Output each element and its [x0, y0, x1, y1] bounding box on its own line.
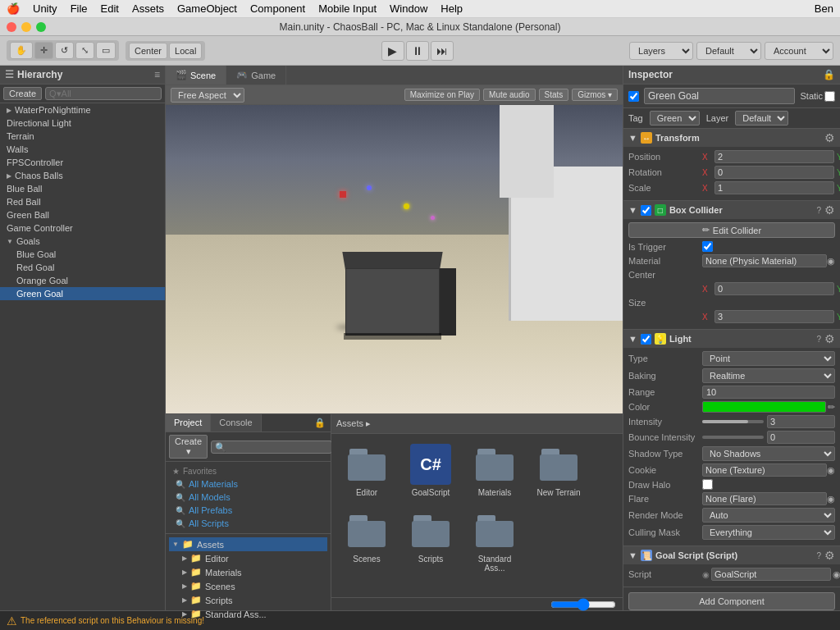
menu-edit[interactable]: Edit [101, 2, 119, 15]
hier-item-waterpronight[interactable]: ▶WaterProNighttime [0, 103, 165, 116]
hand-tool[interactable]: ✋ [10, 42, 33, 59]
cookie-value[interactable] [702, 463, 827, 477]
hier-item-chaos[interactable]: ▶Chaos Balls [0, 169, 165, 182]
light-enabled[interactable] [641, 334, 651, 345]
goal-script-settings[interactable]: ⚙ [824, 549, 835, 562]
assets-root[interactable]: ▼📁Assets [169, 537, 327, 551]
hier-item-fps[interactable]: FPSController [0, 156, 165, 169]
tag-dropdown[interactable]: Green [650, 111, 700, 126]
account-dropdown[interactable]: Account [765, 42, 833, 60]
asset-newterrain[interactable]: New Terrain [530, 441, 587, 500]
menu-window[interactable]: Window [390, 2, 427, 15]
menu-help[interactable]: Help [441, 2, 463, 15]
cookie-pick[interactable]: ◉ [827, 465, 835, 476]
rotate-tool[interactable]: ↺ [55, 42, 74, 59]
menu-component[interactable]: Component [250, 2, 305, 15]
hier-item-greenball[interactable]: Green Ball [0, 208, 165, 221]
scale-tool[interactable]: ⤡ [75, 42, 94, 59]
center-x[interactable] [714, 282, 834, 295]
hier-item-redball[interactable]: Red Ball [0, 195, 165, 208]
hier-item-terrain[interactable]: Terrain [0, 130, 165, 143]
hier-item-gamecontroller[interactable]: Game Controller [0, 221, 165, 235]
flare-pick[interactable]: ◉ [827, 494, 835, 504]
light-header[interactable]: ▼ 💡 Light ? ⚙ [623, 330, 840, 348]
assets-scenes[interactable]: ▶📁Scenes [169, 579, 327, 593]
flare-value[interactable] [702, 492, 827, 505]
maximize-on-play[interactable]: Maximize on Play [404, 89, 480, 101]
menu-gameobject[interactable]: GameObject [177, 2, 237, 15]
project-lock-icon[interactable]: 🔒 [309, 414, 331, 431]
hier-item-blueball[interactable]: Blue Ball [0, 182, 165, 195]
menu-file[interactable]: File [71, 2, 88, 15]
transform-header[interactable]: ▼ ↔ Transform ⚙ [623, 129, 840, 147]
object-name-input[interactable] [644, 88, 795, 104]
local-button[interactable]: Local [169, 43, 202, 59]
hier-item-greengoal[interactable]: Green Goal [0, 287, 165, 300]
project-create-button[interactable]: Create ▾ [169, 435, 208, 459]
menu-mobile-input[interactable]: Mobile Input [318, 2, 377, 15]
scene-viewport[interactable] [166, 105, 623, 413]
light-type-dropdown[interactable]: Point [702, 351, 835, 366]
render-dropdown[interactable]: Auto [702, 508, 835, 523]
apple-menu[interactable]: 🍎 [7, 2, 20, 15]
culling-dropdown[interactable]: Everything [702, 525, 835, 540]
asset-editor[interactable]: Editor [338, 441, 395, 500]
asset-standard[interactable]: Standard Ass... [466, 507, 523, 576]
size-slider[interactable] [550, 598, 616, 611]
asset-materials[interactable]: Materials [466, 441, 523, 500]
assets-materials[interactable]: ▶📁Materials [169, 565, 327, 579]
static-checkbox[interactable] [824, 91, 835, 102]
light-help[interactable]: ? [816, 335, 821, 344]
scale-x[interactable] [714, 181, 834, 194]
fav-all-prefabs[interactable]: 🔍All Prefabs [169, 504, 327, 517]
range-value[interactable] [702, 386, 835, 399]
fav-all-materials[interactable]: 🔍All Materials [169, 477, 327, 491]
menu-user[interactable]: Ben [815, 2, 833, 15]
hier-item-goals[interactable]: ▼Goals [0, 235, 165, 248]
light-settings[interactable]: ⚙ [824, 332, 835, 345]
drawhalo-checkbox[interactable] [702, 479, 713, 490]
tab-console[interactable]: Console [211, 414, 261, 431]
hier-item-walls[interactable]: Walls [0, 143, 165, 156]
project-search-input[interactable] [211, 441, 332, 454]
aspect-dropdown[interactable]: Free Aspect [171, 88, 244, 103]
hier-item-redgoal[interactable]: Red Goal [0, 261, 165, 274]
baking-dropdown[interactable]: Realtime [702, 368, 835, 383]
assets-scripts[interactable]: ▶📁Scripts [169, 593, 327, 607]
bounce-input[interactable] [767, 431, 835, 444]
mute-audio[interactable]: Mute audio [483, 89, 535, 101]
center-button[interactable]: Center [129, 43, 167, 59]
hierarchy-menu-icon[interactable]: ≡ [154, 69, 160, 80]
goal-script-help[interactable]: ? [816, 551, 821, 560]
fav-all-scripts[interactable]: 🔍All Scripts [169, 517, 327, 530]
box-collider-settings[interactable]: ⚙ [824, 203, 835, 217]
tab-scene[interactable]: 🎬 Scene [166, 66, 226, 84]
hier-item-orangegoal[interactable]: Orange Goal [0, 274, 165, 287]
fav-all-models[interactable]: 🔍All Models [169, 491, 327, 504]
bounce-slider[interactable] [702, 436, 764, 439]
shadow-dropdown[interactable]: No Shadows [702, 446, 835, 461]
hierarchy-search-input[interactable] [45, 87, 162, 100]
asset-scenes[interactable]: Scenes [338, 507, 395, 576]
tab-game[interactable]: 🎮 Game [226, 66, 286, 84]
tab-project[interactable]: Project [166, 414, 211, 431]
hier-item-bluegoal[interactable]: Blue Goal [0, 248, 165, 261]
size-x[interactable] [714, 310, 834, 323]
asset-scripts[interactable]: Scripts [402, 507, 459, 576]
active-toggle[interactable] [628, 91, 639, 102]
menu-unity[interactable]: Unity [33, 2, 57, 15]
assets-editor[interactable]: ▶📁Editor [169, 551, 327, 565]
intensity-slider[interactable] [702, 420, 764, 423]
goal-script-header[interactable]: ▼ 📜 Goal Script (Script) ? ⚙ [623, 546, 840, 564]
layer-dropdown[interactable]: Default [735, 111, 788, 126]
box-collider-enabled[interactable] [641, 205, 651, 216]
material-pick[interactable]: ◉ [827, 256, 835, 267]
edit-collider-button[interactable]: ✏ Edit Collider [628, 222, 835, 238]
position-x[interactable] [714, 150, 834, 163]
add-component-button[interactable]: Add Component [628, 592, 835, 610]
hier-item-dirlight[interactable]: Directional Light [0, 116, 165, 130]
inspector-lock-icon[interactable]: 🔒 [823, 69, 835, 80]
menu-assets[interactable]: Assets [132, 2, 164, 15]
script-value[interactable] [711, 568, 831, 581]
hierarchy-create-button[interactable]: Create [3, 87, 42, 100]
